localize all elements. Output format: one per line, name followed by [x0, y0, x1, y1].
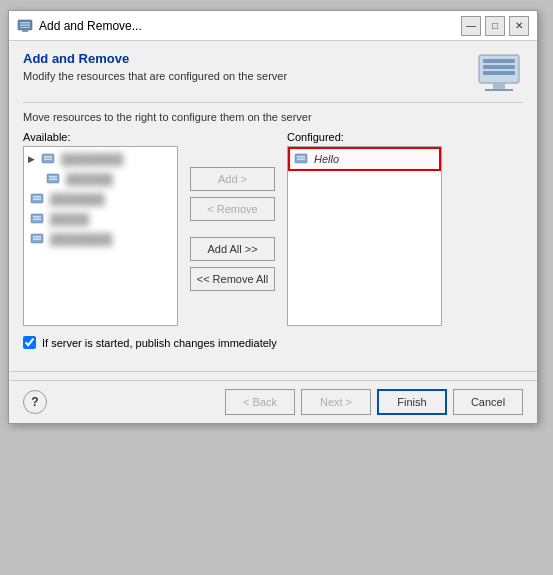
transfer-buttons: Add > < Remove Add All >> << Remove All [178, 131, 287, 326]
close-button[interactable]: ✕ [509, 16, 529, 36]
configured-resource-icon [294, 151, 310, 167]
svg-rect-10 [485, 89, 513, 91]
configured-label: Configured: [287, 131, 442, 143]
dialog-content: Add and Remove Modify the resources that… [9, 41, 537, 371]
svg-rect-22 [33, 219, 41, 221]
expand-icon: ▶ [28, 154, 35, 164]
item-text: ████████ [50, 233, 112, 245]
resource-icon [30, 231, 46, 247]
list-item[interactable]: ███████ [26, 189, 175, 209]
svg-rect-2 [20, 24, 30, 26]
svg-rect-8 [483, 71, 515, 75]
window-icon [17, 18, 33, 34]
svg-rect-16 [49, 179, 57, 181]
list-item[interactable]: ▶ ████████ [26, 149, 175, 169]
svg-rect-3 [20, 27, 30, 28]
svg-rect-9 [493, 83, 505, 89]
dialog-heading: Add and Remove [23, 51, 287, 66]
svg-rect-19 [33, 199, 41, 201]
available-items: ▶ ████████ [24, 147, 177, 251]
bottom-bar: ? < Back Next > Finish Cancel [9, 380, 537, 423]
publish-checkbox-label: If server is started, publish changes im… [42, 337, 277, 349]
header-server-icon [475, 53, 523, 96]
svg-rect-15 [49, 176, 57, 178]
maximize-button[interactable]: □ [485, 16, 505, 36]
add-button[interactable]: Add > [190, 167, 275, 191]
svg-rect-21 [33, 216, 41, 218]
svg-rect-6 [483, 59, 515, 63]
title-bar-left: Add and Remove... [17, 18, 142, 34]
available-listbox[interactable]: ▶ ████████ [23, 146, 178, 326]
navigation-buttons: < Back Next > Finish Cancel [225, 389, 523, 415]
configured-item-label: Hello [314, 153, 339, 165]
item-text: ██████ [66, 173, 113, 185]
svg-rect-24 [33, 236, 41, 238]
dialog-subtitle: Modify the resources that are configured… [23, 70, 287, 82]
svg-rect-4 [22, 30, 28, 32]
add-all-button[interactable]: Add All >> [190, 237, 275, 261]
publish-checkbox-row: If server is started, publish changes im… [23, 336, 523, 349]
available-label: Available: [23, 131, 178, 143]
resource-icon [30, 211, 46, 227]
main-window: Add and Remove... — □ ✕ Add and Remove M… [8, 10, 538, 424]
configured-listbox[interactable]: Hello [287, 146, 442, 326]
svg-rect-1 [20, 22, 30, 24]
title-bar-controls: — □ ✕ [461, 16, 529, 36]
available-section: Available: ▶ ████████ [23, 131, 178, 326]
svg-rect-27 [297, 156, 305, 158]
list-item[interactable]: ██████ [26, 169, 175, 189]
item-text: ███████ [50, 193, 105, 205]
remove-button[interactable]: < Remove [190, 197, 275, 221]
cancel-button[interactable]: Cancel [453, 389, 523, 415]
svg-rect-7 [483, 65, 515, 69]
instruction-text: Move resources to the right to configure… [23, 102, 523, 123]
configured-item[interactable]: Hello [288, 147, 441, 171]
help-button[interactable]: ? [23, 390, 47, 414]
configured-section: Configured: Hello [287, 131, 442, 326]
svg-rect-18 [33, 196, 41, 198]
next-button[interactable]: Next > [301, 389, 371, 415]
svg-rect-13 [44, 159, 52, 161]
minimize-button[interactable]: — [461, 16, 481, 36]
title-bar: Add and Remove... — □ ✕ [9, 11, 537, 41]
resource-icon [30, 191, 46, 207]
svg-rect-28 [297, 159, 305, 161]
finish-button[interactable]: Finish [377, 389, 447, 415]
item-text: ████████ [61, 153, 123, 165]
resource-icon [46, 171, 62, 187]
resource-icon [41, 151, 57, 167]
svg-rect-25 [33, 239, 41, 241]
transfer-area: Available: ▶ ████████ [23, 131, 523, 326]
remove-all-button[interactable]: << Remove All [190, 267, 275, 291]
header-area: Add and Remove Modify the resources that… [23, 51, 287, 92]
svg-rect-12 [44, 156, 52, 158]
window-title: Add and Remove... [39, 19, 142, 33]
item-text: █████ [50, 213, 89, 225]
publish-checkbox[interactable] [23, 336, 36, 349]
list-item[interactable]: █████ [26, 209, 175, 229]
list-item[interactable]: ████████ [26, 229, 175, 249]
back-button[interactable]: < Back [225, 389, 295, 415]
footer-divider [9, 371, 537, 372]
